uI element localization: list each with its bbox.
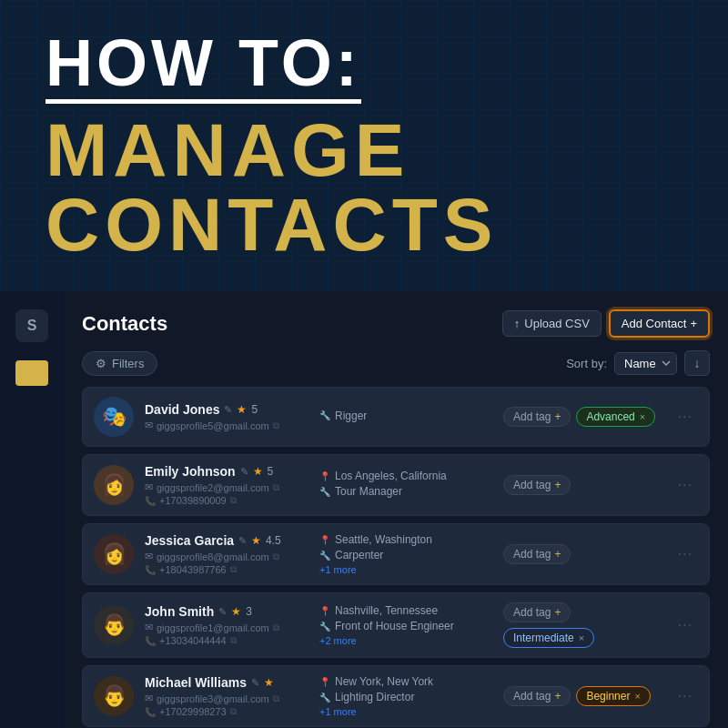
contact-email: ✉giggsprofile5@gmail.com⧉ bbox=[145, 420, 308, 431]
tag-label: Advanced bbox=[586, 410, 634, 423]
email-icon: ✉ bbox=[145, 420, 153, 431]
contact-details: 📍New York, New York🔧Lighting Director+1 … bbox=[319, 675, 492, 717]
role-row: 🔧Carpenter bbox=[319, 549, 492, 561]
edit-icon[interactable]: ✎ bbox=[238, 535, 247, 547]
contact-name: Emily Johnson bbox=[145, 464, 236, 479]
tag-close-button[interactable]: × bbox=[579, 632, 584, 643]
add-tag-label: Add tag bbox=[513, 548, 551, 561]
edit-icon[interactable]: ✎ bbox=[218, 606, 227, 618]
more-options-button[interactable]: ··· bbox=[678, 546, 693, 562]
contact-name: Jessica Garcia bbox=[145, 533, 234, 548]
star-icon: ★ bbox=[231, 605, 241, 618]
add-tag-label: Add tag bbox=[513, 479, 551, 491]
sort-row: Sort by: Name ↓ bbox=[566, 350, 710, 376]
add-contact-button[interactable]: Add Contact + bbox=[609, 309, 710, 338]
add-tag-button[interactable]: Add tag+ bbox=[503, 475, 571, 495]
copy-phone-icon[interactable]: ⧉ bbox=[230, 564, 237, 575]
contact-name-row: David Jones✎★5 bbox=[145, 402, 308, 417]
phone-icon: 📞 bbox=[145, 565, 156, 575]
copy-icon[interactable]: ⧉ bbox=[273, 482, 279, 493]
filter-icon: ⚙ bbox=[96, 357, 106, 370]
sidebar-logo: S bbox=[15, 309, 48, 342]
contact-menu: ··· bbox=[672, 617, 698, 633]
upload-csv-button[interactable]: ↑ Upload CSV bbox=[502, 310, 602, 337]
contact-tags: Add tag+ bbox=[503, 475, 662, 495]
contacts-header: Contacts ↑ Upload CSV Add Contact + bbox=[82, 309, 710, 338]
role-icon: 🔧 bbox=[319, 410, 330, 420]
more-options-button[interactable]: ··· bbox=[678, 688, 693, 704]
tag-label: Beginner bbox=[586, 690, 630, 703]
contact-tag: Advanced× bbox=[576, 407, 655, 427]
edit-icon[interactable]: ✎ bbox=[224, 404, 232, 416]
add-tag-button[interactable]: Add tag+ bbox=[503, 407, 571, 427]
role-icon: 🔧 bbox=[319, 693, 330, 703]
contact-email: ✉giggsprofile8@gmail.com⧉ bbox=[145, 551, 308, 562]
copy-phone-icon[interactable]: ⧉ bbox=[230, 706, 237, 717]
rating: 4.5 bbox=[266, 534, 281, 547]
location-row: 📍New York, New York bbox=[319, 675, 492, 688]
contact-menu: ··· bbox=[672, 409, 698, 425]
copy-phone-icon[interactable]: ⧉ bbox=[230, 635, 237, 646]
more-roles-link[interactable]: +2 more bbox=[319, 635, 492, 646]
copy-icon[interactable]: ⧉ bbox=[273, 551, 279, 562]
contact-info: Michael Williams✎★✉giggsprofile3@gmail.c… bbox=[145, 675, 308, 717]
edit-icon[interactable]: ✎ bbox=[240, 466, 248, 478]
phone-icon: 📞 bbox=[145, 496, 156, 506]
location-icon: 📍 bbox=[319, 471, 330, 481]
contact-name-row: Michael Williams✎★ bbox=[145, 675, 308, 690]
location-row: 📍Los Angeles, California bbox=[319, 470, 492, 482]
more-roles-link[interactable]: +1 more bbox=[319, 564, 492, 575]
contact-tags: Add tag+Advanced× bbox=[503, 407, 662, 427]
contact-card: 👨John Smith✎★3✉giggsprofile1@gmail.com⧉📞… bbox=[82, 592, 710, 658]
more-options-button[interactable]: ··· bbox=[678, 617, 693, 633]
contact-tags: Add tag+Beginner× bbox=[503, 686, 662, 706]
contact-card: 👩Jessica Garcia✎★4.5✉giggsprofile8@gmail… bbox=[82, 523, 710, 585]
email-icon: ✉ bbox=[145, 693, 153, 704]
filters-button[interactable]: ⚙ Filters bbox=[82, 351, 157, 376]
star-icon: ★ bbox=[237, 403, 247, 416]
phone-icon: 📞 bbox=[145, 707, 156, 717]
tag-close-button[interactable]: × bbox=[640, 411, 645, 422]
edit-icon[interactable]: ✎ bbox=[251, 677, 259, 689]
add-tag-icon: + bbox=[554, 479, 561, 491]
add-tag-label: Add tag bbox=[513, 410, 551, 423]
avatar: 👨 bbox=[94, 676, 134, 716]
role-value: Front of House Engineer bbox=[335, 620, 454, 632]
email-value: giggsprofile3@gmail.com bbox=[157, 693, 269, 704]
more-roles-link[interactable]: +1 more bbox=[319, 706, 492, 717]
copy-icon[interactable]: ⧉ bbox=[273, 622, 279, 633]
contact-info: David Jones✎★5✉giggsprofile5@gmail.com⧉ bbox=[145, 402, 308, 431]
role-value: Tour Manager bbox=[335, 485, 402, 498]
sidebar-yellow-button[interactable] bbox=[15, 360, 48, 386]
copy-phone-icon[interactable]: ⧉ bbox=[230, 495, 237, 506]
contact-details: 🔧Rigger bbox=[319, 410, 492, 425]
contact-info: Jessica Garcia✎★4.5✉giggsprofile8@gmail.… bbox=[145, 533, 308, 575]
tag-close-button[interactable]: × bbox=[634, 691, 640, 702]
contact-phone: 📞+18043987766⧉ bbox=[145, 564, 308, 575]
contact-card: 🎭David Jones✎★5✉giggsprofile5@gmail.com⧉… bbox=[82, 387, 710, 447]
sort-select[interactable]: Name bbox=[614, 352, 677, 375]
location-value: Los Angeles, California bbox=[335, 470, 447, 482]
email-value: giggsprofile1@gmail.com bbox=[157, 622, 269, 633]
role-value: Lighting Director bbox=[335, 691, 414, 703]
upload-icon: ↑ bbox=[514, 317, 521, 330]
more-options-button[interactable]: ··· bbox=[678, 409, 693, 425]
contact-email: ✉giggsprofile2@gmail.com⧉ bbox=[145, 481, 308, 493]
contact-email: ✉giggsprofile3@gmail.com⧉ bbox=[145, 693, 308, 704]
role-row: 🔧Lighting Director bbox=[319, 691, 492, 703]
more-options-button[interactable]: ··· bbox=[678, 477, 693, 493]
sort-order-button[interactable]: ↓ bbox=[684, 350, 710, 376]
rating: 3 bbox=[246, 605, 252, 618]
copy-icon[interactable]: ⧉ bbox=[273, 420, 279, 431]
role-value: Carpenter bbox=[335, 549, 383, 561]
avatar: 👩 bbox=[94, 534, 134, 574]
contact-menu: ··· bbox=[672, 688, 698, 704]
location-value: New York, New York bbox=[335, 675, 433, 688]
add-tag-button[interactable]: Add tag+ bbox=[503, 602, 571, 622]
add-tag-button[interactable]: Add tag+ bbox=[503, 686, 571, 706]
phone-icon: 📞 bbox=[145, 636, 156, 646]
add-tag-button[interactable]: Add tag+ bbox=[503, 544, 571, 564]
copy-icon[interactable]: ⧉ bbox=[273, 693, 279, 704]
add-tag-icon: + bbox=[554, 606, 561, 619]
filters-row: ⚙ Filters Sort by: Name ↓ bbox=[82, 350, 710, 376]
